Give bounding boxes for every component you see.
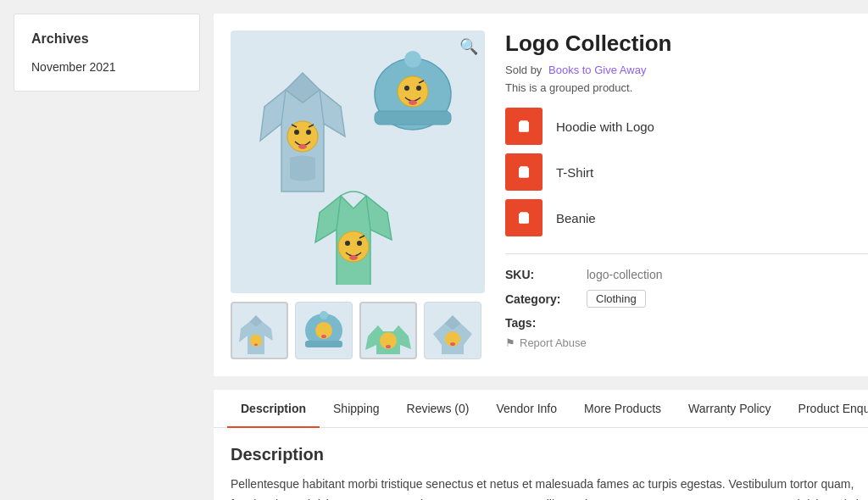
svg-point-31: [386, 345, 391, 348]
tab-more-products[interactable]: More Products: [570, 390, 675, 427]
tshirt-label: T-Shirt: [556, 165, 593, 180]
beanie-label: Beanie: [556, 211, 596, 225]
description-text: Pellentesque habitant morbi tristique se…: [231, 475, 868, 500]
sku-value: logo-collection: [587, 268, 663, 281]
archives-widget: Archives November 2021: [14, 14, 200, 92]
svg-point-2: [306, 130, 311, 135]
cart-icon-1: [517, 119, 531, 134]
svg-rect-7: [375, 111, 451, 125]
report-abuse-link[interactable]: ⚑ Report Abuse: [505, 336, 587, 349]
svg-point-16: [357, 241, 362, 246]
category-row: Category: Clothing: [505, 290, 868, 308]
svg-rect-25: [305, 341, 342, 347]
add-tshirt-button[interactable]: [505, 153, 542, 191]
main-product-image: 🔍: [231, 31, 485, 293]
grouped-label: This is a grouped product.: [505, 81, 868, 94]
svg-point-8: [404, 51, 421, 68]
svg-point-1: [294, 130, 299, 135]
category-badge[interactable]: Clothing: [587, 290, 646, 308]
svg-point-28: [321, 335, 326, 338]
tags-actions: ⚑ Report Abuse: [505, 336, 868, 349]
add-beanie-button[interactable]: [505, 199, 542, 236]
meta-table: SKU: logo-collection Category: Clothing …: [505, 268, 868, 330]
zoom-icon[interactable]: 🔍: [459, 37, 478, 56]
thumb-beanie-icon: [300, 307, 348, 354]
thumb-tshirt-icon: [364, 307, 412, 354]
sold-by: Sold by Books to Give Away: [505, 64, 868, 76]
add-hoodie-button[interactable]: [505, 108, 542, 145]
thumb-hoodie2-icon: [429, 307, 476, 354]
product-section: 🔍: [214, 14, 868, 376]
svg-point-18: [349, 255, 358, 260]
archives-date[interactable]: November 2021: [31, 60, 182, 74]
tab-description-content: Description Pellentesque habitant morbi …: [214, 428, 868, 500]
sku-row: SKU: logo-collection: [505, 268, 868, 281]
thumbnail-1[interactable]: [231, 302, 288, 359]
thumbnails: [231, 302, 485, 359]
svg-point-26: [320, 311, 328, 319]
tab-shipping[interactable]: Shipping: [320, 390, 393, 427]
cart-icon-2: [517, 164, 531, 180]
thumbnail-4[interactable]: [424, 302, 481, 359]
svg-point-10: [404, 86, 409, 91]
product-illustration: [248, 39, 468, 285]
product-btn-row-1: Hoodie with Logo: [505, 108, 868, 145]
sold-by-label: Sold by: [505, 64, 542, 76]
product-buttons: Hoodie with Logo T-Shirt: [505, 108, 868, 236]
svg-point-15: [345, 241, 350, 246]
tabs-section: Description Shipping Reviews (0) Vendor …: [214, 390, 868, 500]
product-details: Logo Collection Sold by Books to Give Aw…: [505, 31, 868, 359]
vendor-link[interactable]: Books to Give Away: [548, 64, 646, 76]
product-images: 🔍: [231, 31, 485, 359]
thumb-hoodie-icon: [236, 307, 283, 354]
product-btn-row-3: Beanie: [505, 199, 868, 236]
main-content: 🔍: [214, 14, 868, 500]
tab-vendor[interactable]: Vendor Info: [482, 390, 570, 427]
archives-title: Archives: [31, 31, 182, 47]
tabs-bar: Description Shipping Reviews (0) Vendor …: [214, 390, 868, 428]
thumbnail-2[interactable]: [295, 302, 353, 359]
divider: [505, 253, 868, 254]
hoodie-label: Hoodie with Logo: [556, 119, 654, 134]
thumbnail-3[interactable]: [359, 302, 417, 359]
flag-icon: ⚑: [505, 336, 515, 349]
tab-description[interactable]: Description: [227, 390, 320, 427]
svg-point-11: [416, 86, 421, 91]
svg-point-13: [409, 100, 417, 105]
category-label: Category:: [505, 292, 573, 306]
description-title: Description: [231, 445, 868, 464]
sku-label: SKU:: [505, 268, 573, 281]
tab-enquiry[interactable]: Product Enquiry: [785, 390, 868, 427]
tab-reviews[interactable]: Reviews (0): [393, 390, 483, 427]
report-abuse-label: Report Abuse: [520, 336, 587, 349]
tags-label: Tags:: [505, 316, 573, 330]
svg-point-34: [450, 342, 455, 346]
svg-point-5: [298, 144, 307, 149]
cart-icon-3: [517, 210, 531, 225]
tags-row: Tags:: [505, 316, 868, 330]
tab-warranty[interactable]: Warranty Policy: [675, 390, 785, 427]
product-title: Logo Collection: [505, 31, 868, 57]
svg-point-21: [254, 344, 258, 346]
product-btn-row-2: T-Shirt: [505, 153, 868, 191]
